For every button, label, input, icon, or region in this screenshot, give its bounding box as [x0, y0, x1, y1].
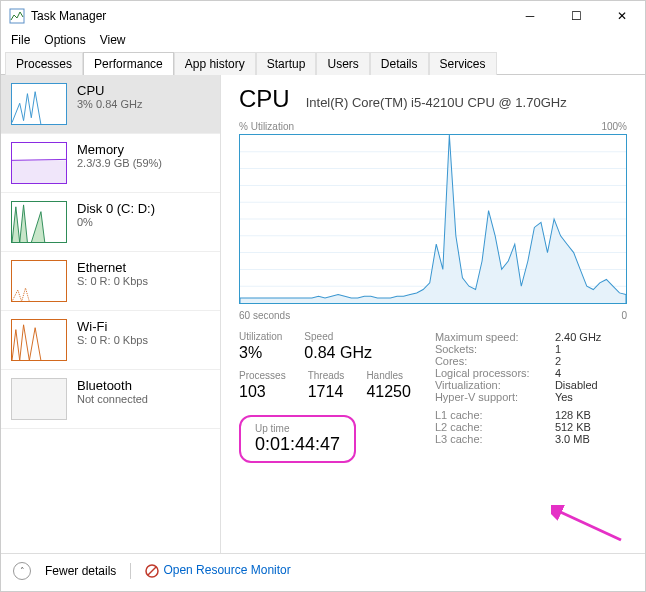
- main-panel: CPU Intel(R) Core(TM) i5-4210U CPU @ 1.7…: [221, 75, 645, 553]
- sidebar-memory-sub: 2.3/3.9 GB (59%): [77, 157, 162, 169]
- tab-performance[interactable]: Performance: [83, 52, 174, 75]
- cpu-chart: [239, 134, 627, 304]
- sidebar-item-bluetooth[interactable]: BluetoothNot connected: [1, 370, 220, 429]
- sidebar-ethernet-sub: S: 0 R: 0 Kbps: [77, 275, 148, 287]
- stat-threads-value: 1714: [308, 383, 345, 401]
- sidebar-memory-name: Memory: [77, 142, 162, 157]
- sidebar-item-wifi[interactable]: Wi-FiS: 0 R: 0 Kbps: [1, 311, 220, 370]
- menu-options[interactable]: Options: [44, 33, 85, 47]
- maximize-button[interactable]: ☐: [553, 1, 599, 31]
- stat-processes-value: 103: [239, 383, 286, 401]
- sidebar-bluetooth-sub: Not connected: [77, 393, 148, 405]
- stat-processes-label: Processes: [239, 370, 286, 381]
- sidebar: CPU3% 0.84 GHz Memory2.3/3.9 GB (59%) Di…: [1, 75, 221, 553]
- sidebar-disk-name: Disk 0 (C: D:): [77, 201, 155, 216]
- sidebar-item-ethernet[interactable]: EthernetS: 0 R: 0 Kbps: [1, 252, 220, 311]
- annotation-arrow-icon: [551, 505, 631, 545]
- sidebar-cpu-name: CPU: [77, 83, 142, 98]
- tab-users[interactable]: Users: [316, 52, 369, 75]
- tab-services[interactable]: Services: [429, 52, 497, 75]
- sidebar-item-cpu[interactable]: CPU3% 0.84 GHz: [1, 75, 220, 134]
- menubar: File Options View: [1, 31, 645, 51]
- sidebar-wifi-name: Wi-Fi: [77, 319, 148, 334]
- footer: ˄ Fewer details Open Resource Monitor: [1, 553, 645, 587]
- svg-rect-1: [12, 160, 66, 183]
- chart-ymax: 100%: [601, 121, 627, 132]
- tab-app-history[interactable]: App history: [174, 52, 256, 75]
- menu-view[interactable]: View: [100, 33, 126, 47]
- sidebar-cpu-sub: 3% 0.84 GHz: [77, 98, 142, 110]
- app-icon: [9, 8, 25, 24]
- stat-threads-label: Threads: [308, 370, 345, 381]
- sidebar-wifi-sub: S: 0 R: 0 Kbps: [77, 334, 148, 346]
- stat-handles-label: Handles: [366, 370, 411, 381]
- cpu-info-table: Maximum speed:2.40 GHz Sockets:1 Cores:2…: [435, 331, 601, 463]
- open-resource-monitor-link[interactable]: Open Resource Monitor: [145, 563, 290, 578]
- stat-utilization-label: Utilization: [239, 331, 282, 342]
- stat-handles-value: 41250: [366, 383, 411, 401]
- tab-startup[interactable]: Startup: [256, 52, 317, 75]
- cpu-description: Intel(R) Core(TM) i5-4210U CPU @ 1.70GHz: [306, 95, 567, 110]
- svg-line-12: [556, 510, 621, 540]
- resource-monitor-icon: [145, 564, 159, 578]
- chart-xleft: 60 seconds: [239, 310, 290, 321]
- fewer-details-link[interactable]: Fewer details: [45, 564, 116, 578]
- sidebar-item-memory[interactable]: Memory2.3/3.9 GB (59%): [1, 134, 220, 193]
- menu-file[interactable]: File: [11, 33, 30, 47]
- sidebar-ethernet-name: Ethernet: [77, 260, 148, 275]
- svg-line-14: [148, 567, 156, 575]
- separator: [130, 563, 131, 579]
- titlebar: Task Manager ─ ☐ ✕: [1, 1, 645, 31]
- sidebar-disk-sub: 0%: [77, 216, 155, 228]
- tab-details[interactable]: Details: [370, 52, 429, 75]
- uptime-highlight: Up time 0:01:44:47: [239, 415, 356, 463]
- stat-speed-label: Speed: [304, 331, 372, 342]
- minimize-button[interactable]: ─: [507, 1, 553, 31]
- close-button[interactable]: ✕: [599, 1, 645, 31]
- tabs: Processes Performance App history Startu…: [1, 51, 645, 75]
- sidebar-bluetooth-name: Bluetooth: [77, 378, 148, 393]
- stat-uptime-label: Up time: [255, 423, 340, 434]
- stat-uptime-value: 0:01:44:47: [255, 434, 340, 455]
- page-title: CPU: [239, 85, 290, 113]
- chart-ylabel: % Utilization: [239, 121, 294, 132]
- window-title: Task Manager: [31, 9, 507, 23]
- chevron-up-icon[interactable]: ˄: [13, 562, 31, 580]
- sidebar-item-disk[interactable]: Disk 0 (C: D:)0%: [1, 193, 220, 252]
- stat-utilization-value: 3%: [239, 344, 282, 362]
- stat-speed-value: 0.84 GHz: [304, 344, 372, 362]
- chart-xright: 0: [621, 310, 627, 321]
- tab-processes[interactable]: Processes: [5, 52, 83, 75]
